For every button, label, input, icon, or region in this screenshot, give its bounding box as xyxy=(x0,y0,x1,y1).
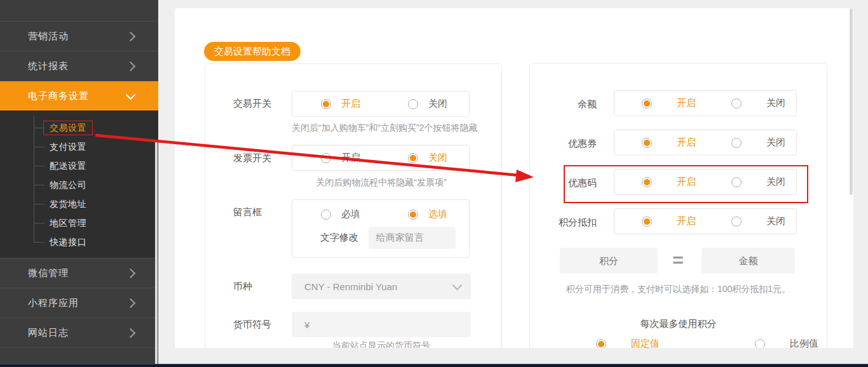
sidebar-item-miniprogram[interactable]: 小程序应用 xyxy=(0,288,158,318)
radio-icon xyxy=(731,98,742,109)
nav-label: 统计报表 xyxy=(28,60,69,72)
sidebar-subitem-shipping-address[interactable]: 发货地址 xyxy=(0,194,158,213)
sidebar-scrollbar[interactable] xyxy=(155,142,158,364)
sidebar-top-spacer xyxy=(0,0,158,22)
sidebar-item-marketing[interactable]: 营销活动 xyxy=(0,22,158,51)
currency-symbol-input[interactable] xyxy=(292,312,471,337)
radio-invoice-on[interactable]: 开启 xyxy=(321,152,360,164)
radio-selected-icon xyxy=(642,138,652,148)
sidebar-submenu: 交易设置 支付设置 配送设置 物流公司 发货地址 地区管理 快递接口 xyxy=(0,110,158,258)
trade-switch-group: 开启 关闭 xyxy=(292,91,470,117)
coupon-code-group: 开启 关闭 xyxy=(614,169,797,195)
currency-label: 币种 xyxy=(233,281,252,292)
settings-panel: 交易设置帮助文档 交易开关 开启 关闭 关闭后“加入购物车”和“立刻购买”2个按… xyxy=(175,8,853,348)
radio-points-on[interactable]: 开启 xyxy=(642,215,696,227)
invoice-switch-group: 开启 关闭 xyxy=(292,145,470,171)
points-usage-hint: 积分可用于消费，支付时可以选择如：100积分抵扣1元。 xyxy=(530,284,827,295)
points-deduct-group: 开启 关闭 xyxy=(614,208,797,234)
panel-scrollbar[interactable] xyxy=(850,8,853,195)
sidebar-subitem-payment-settings[interactable]: 支付设置 xyxy=(0,137,158,156)
taskbar-edge xyxy=(0,364,868,367)
chevron-right-icon xyxy=(126,268,136,278)
radio-coupon-code-off[interactable]: 关闭 xyxy=(731,176,785,188)
radio-icon xyxy=(408,99,418,109)
radio-icon xyxy=(321,153,331,163)
coupon-group: 开启 关闭 xyxy=(614,130,797,156)
radio-balance-off[interactable]: 关闭 xyxy=(731,97,785,109)
help-doc-button[interactable]: 交易设置帮助文档 xyxy=(204,42,301,61)
radio-balance-on[interactable]: 开启 xyxy=(642,97,696,109)
sidebar-subitem-region-management[interactable]: 地区管理 xyxy=(0,213,158,232)
sidebar-item-site-logs[interactable]: 网站日志 xyxy=(0,318,158,348)
sidebar-item-ecommerce-settings[interactable]: 电子商务设置 xyxy=(0,81,158,110)
coupon-label: 优惠券 xyxy=(530,138,597,149)
radio-icon xyxy=(755,339,765,349)
currency-symbol-label: 货币符号 xyxy=(233,319,271,330)
radio-trade-off[interactable]: 关闭 xyxy=(408,98,447,110)
radio-icon xyxy=(731,138,742,148)
radio-icon xyxy=(731,217,742,227)
promo-settings-card: 余额 开启 关闭 优惠券 开启 关闭 xyxy=(529,63,827,348)
nav-label: 电子商务设置 xyxy=(28,90,89,102)
radio-coupon-code-on[interactable]: 开启 xyxy=(642,176,696,188)
radio-points-off[interactable]: 关闭 xyxy=(731,215,785,227)
merchant-message-input[interactable] xyxy=(369,227,456,249)
radio-message-required[interactable]: 必填 xyxy=(321,208,360,220)
sidebar-subitem-trade-settings[interactable]: 交易设置 xyxy=(0,118,158,137)
points-deduct-label: 积分抵扣 xyxy=(530,217,597,228)
radio-invoice-off[interactable]: 关闭 xyxy=(408,152,447,164)
invoice-switch-label: 发票开关 xyxy=(233,152,271,164)
coupon-code-label: 优惠码 xyxy=(530,177,597,189)
radio-selected-icon xyxy=(408,153,418,163)
sidebar-subitem-delivery-settings[interactable]: 配送设置 xyxy=(0,156,158,175)
radio-selected-icon xyxy=(408,210,418,220)
message-box-label: 留言框 xyxy=(233,206,262,218)
radio-selected-icon xyxy=(642,217,652,227)
radio-ratio-value[interactable]: 比例值 xyxy=(755,338,818,348)
sidebar-item-wechat[interactable]: 微信管理 xyxy=(0,258,158,288)
radio-trade-on[interactable]: 开启 xyxy=(321,98,360,110)
sidebar-subitem-express-api[interactable]: 快递接口 xyxy=(0,232,158,251)
currency-symbol-hint: 当前站点显示的货币符号 xyxy=(292,341,471,348)
page: 营销活动 统计报表 电子商务设置 交易设置 支付设置 配送设置 物流公司 xyxy=(0,0,868,367)
annotation-box: 交易设置 xyxy=(43,121,93,135)
chevron-right-icon xyxy=(126,328,136,338)
chevron-right-icon xyxy=(126,298,136,308)
radio-icon xyxy=(321,210,331,220)
radio-coupon-off[interactable]: 关闭 xyxy=(731,137,785,149)
trade-settings-card: 交易开关 开启 关闭 关闭后“加入购物车”和“立刻购买”2个按钮将隐藏 发票开关… xyxy=(205,63,502,348)
radio-fixed-value[interactable]: 固定值 xyxy=(596,338,660,348)
radio-message-optional[interactable]: 选填 xyxy=(408,208,447,220)
sidebar-item-reports[interactable]: 统计报表 xyxy=(0,51,158,81)
radio-selected-icon xyxy=(321,99,331,109)
sidebar: 营销活动 统计报表 电子商务设置 交易设置 支付设置 配送设置 物流公司 xyxy=(0,0,158,364)
radio-coupon-on[interactable]: 开启 xyxy=(642,137,696,149)
chevron-right-icon xyxy=(126,61,136,71)
amount-input[interactable] xyxy=(702,248,795,274)
nav-label: 营销活动 xyxy=(28,30,69,43)
trade-switch-hint: 关闭后“加入购物车”和“立刻购买”2个按钮将隐藏 xyxy=(292,123,471,133)
chevron-down-icon xyxy=(126,90,136,100)
radio-selected-icon xyxy=(642,98,652,109)
radio-icon xyxy=(731,177,742,187)
message-box-group: 必填 选填 文字修改 xyxy=(292,199,470,258)
chevron-down-icon xyxy=(452,280,463,290)
invoice-switch-hint: 关闭后购物流程中将隐藏“发票项” xyxy=(292,178,471,187)
radio-selected-icon xyxy=(596,339,606,349)
sidebar-subitem-logistics-company[interactable]: 物流公司 xyxy=(0,175,158,194)
balance-label: 余额 xyxy=(530,98,597,110)
currency-select-value: CNY - Renminbi Yuan xyxy=(304,281,397,292)
chevron-right-icon xyxy=(126,31,136,41)
trade-switch-label: 交易开关 xyxy=(233,98,271,109)
points-input[interactable] xyxy=(560,248,658,274)
balance-group: 开启 关闭 xyxy=(614,90,797,116)
text-edit-label: 文字修改 xyxy=(320,232,358,244)
max-points-title: 每次最多使用积分 xyxy=(530,318,827,330)
radio-selected-icon xyxy=(642,177,652,187)
equals-sign: = xyxy=(663,248,693,272)
currency-select[interactable]: CNY - Renminbi Yuan xyxy=(292,274,471,299)
